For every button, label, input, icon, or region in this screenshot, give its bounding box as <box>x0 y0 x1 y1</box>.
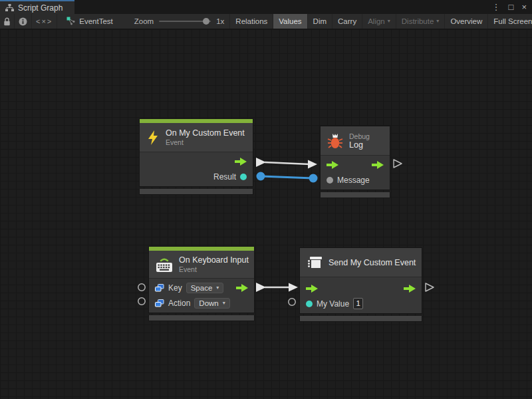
toolbar-toggles: Relations Values Dim Carry Align ▾ Distr… <box>229 14 532 29</box>
align-menu-button[interactable]: Align ▾ <box>362 14 396 29</box>
tab-bar: Script Graph ⋮ □ × <box>0 0 532 14</box>
enum-type-icon <box>155 284 164 292</box>
flow-output-port[interactable] <box>372 161 384 169</box>
flow-input-port[interactable] <box>327 161 338 169</box>
port-label: Key <box>168 283 182 293</box>
unconnected-flow-triangle <box>394 160 402 168</box>
node-on-my-custom-event[interactable]: On My Custom Event Event Result <box>139 118 253 195</box>
chevron-down-icon: ▾ <box>436 19 439 24</box>
flow-output-port[interactable] <box>235 158 247 166</box>
my-value-input[interactable]: 1 <box>353 298 363 309</box>
toggle-relations[interactable]: Relations <box>229 14 273 29</box>
node-title: On My Custom Event <box>166 128 245 138</box>
node-footer <box>320 192 390 198</box>
connection-flow-2 <box>256 283 298 292</box>
node-footer <box>299 316 422 322</box>
code-toggle-button[interactable]: <×> <box>32 14 57 29</box>
node-footer <box>139 189 253 195</box>
toggle-carry[interactable]: Carry <box>332 14 362 29</box>
my-value-port[interactable] <box>306 301 313 307</box>
send-event-icon <box>307 255 323 270</box>
graph-canvas[interactable]: On My Custom Event Event Result <box>0 29 532 399</box>
port-label: Action <box>168 299 190 308</box>
graph-toolbar: <×> EventTest Zoom 1x Relations Values D <box>0 14 532 29</box>
graph-name: EventTest <box>79 17 113 25</box>
connection-flow-1 <box>256 158 317 169</box>
lock-button[interactable] <box>0 14 15 29</box>
node-subtitle: Event <box>179 265 249 273</box>
node-footer <box>148 315 255 321</box>
chevron-down-icon: ▾ <box>216 285 219 291</box>
script-graph-window: Script Graph ⋮ □ × <box>0 0 532 399</box>
info-button[interactable] <box>15 14 32 29</box>
distribute-menu-button[interactable]: Distribute ▾ <box>396 14 445 29</box>
enum-type-icon <box>155 299 164 307</box>
tab-label: Script Graph <box>18 3 63 13</box>
zoom-label: Zoom <box>134 17 154 25</box>
zoom-slider[interactable] <box>159 21 211 22</box>
node-kind-label: Debug <box>349 132 370 140</box>
chevron-down-icon: ▾ <box>388 19 390 24</box>
node-on-keyboard-input[interactable]: On Keyboard Input Event Key <box>148 246 255 321</box>
graph-nodes-icon <box>66 17 76 26</box>
graph-reference[interactable]: EventTest <box>57 14 120 29</box>
unconnected-flow-triangle <box>426 283 434 291</box>
node-title: On Keyboard Input <box>179 255 249 265</box>
connections-overlay <box>0 29 532 399</box>
toggle-values[interactable]: Values <box>273 14 307 29</box>
port-label: Message <box>337 176 370 185</box>
graph-hierarchy-icon <box>5 4 14 12</box>
close-icon[interactable]: × <box>521 3 527 11</box>
maximize-icon[interactable]: □ <box>509 3 514 11</box>
key-dropdown[interactable]: Space ▾ <box>186 283 224 293</box>
unconnected-value-circle <box>138 284 145 291</box>
action-dropdown[interactable]: Down ▾ <box>194 298 229 309</box>
node-title: Log <box>349 140 370 150</box>
menu-icon[interactable]: ⋮ <box>492 3 501 11</box>
port-label: Result <box>213 172 236 182</box>
lightning-bolt-icon <box>146 130 160 146</box>
tab-script-graph[interactable]: Script Graph <box>0 0 74 14</box>
node-send-my-custom-event[interactable]: Send My Custom Event My Value <box>299 247 422 322</box>
window-controls: ⋮ □ × <box>492 0 532 14</box>
result-value-port[interactable] <box>240 174 247 180</box>
full-screen-button[interactable]: Full Screen <box>487 14 532 29</box>
unconnected-value-circle <box>138 298 145 305</box>
message-value-port[interactable] <box>327 177 333 184</box>
zoom-value: 1x <box>216 17 224 25</box>
flow-output-port[interactable] <box>236 284 248 292</box>
connection-value-1 <box>257 172 318 183</box>
node-title: Send My Custom Event <box>329 258 416 267</box>
node-debug-log[interactable]: Debug Log <box>320 126 390 198</box>
zoom-control: Zoom 1x <box>120 14 230 29</box>
info-icon <box>19 17 27 26</box>
zoom-slider-handle[interactable] <box>203 18 209 25</box>
keyboard-icon <box>156 257 173 273</box>
flow-input-port[interactable] <box>306 285 318 293</box>
bug-icon <box>327 132 343 150</box>
node-subtitle: Event <box>166 138 245 146</box>
overview-button[interactable]: Overview <box>444 14 487 29</box>
unconnected-value-circle <box>289 299 295 305</box>
flow-output-port[interactable] <box>404 285 416 293</box>
chevron-down-icon: ▾ <box>223 301 225 306</box>
port-label: My Value <box>317 299 349 309</box>
lock-icon <box>3 17 11 26</box>
toggle-dim[interactable]: Dim <box>307 14 332 29</box>
